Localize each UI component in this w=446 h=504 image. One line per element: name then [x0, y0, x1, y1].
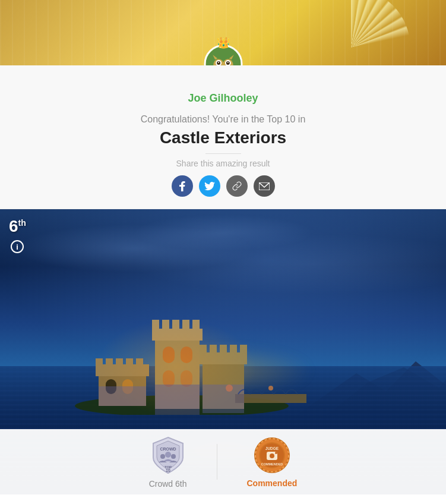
- twitter-icon: [204, 182, 215, 191]
- crowd-badge-item: CROWD TOP 10 Crowd 6th: [119, 435, 217, 489]
- svg-point-49: [268, 386, 273, 390]
- top-banner: 👑 ★: [0, 0, 446, 65]
- congrats-text: Congratulations! You're in the Top 10 in: [12, 114, 434, 125]
- crowd-badge-label: Crowd 6th: [149, 479, 187, 489]
- email-button[interactable]: [254, 175, 275, 197]
- svg-text:JUDGE: JUDGE: [265, 446, 279, 451]
- main-image-section: 6th i CROWD TOP: [0, 209, 446, 494]
- svg-text:COMMENDED: COMMENDED: [261, 462, 283, 466]
- svg-point-66: [270, 453, 274, 458]
- info-icon[interactable]: i: [11, 240, 24, 253]
- svg-point-54: [160, 454, 165, 459]
- judge-rosette-badge: JUDGE COMMENDED: [252, 436, 292, 475]
- crowd-shield-badge: CROWD TOP 10: [150, 435, 186, 475]
- svg-point-5: [217, 61, 220, 65]
- svg-point-6: [226, 61, 229, 65]
- rank-suffix: th: [18, 218, 26, 228]
- badges-section: CROWD TOP 10 Crowd 6th: [0, 429, 446, 494]
- svg-text:CROWD: CROWD: [160, 447, 176, 451]
- copy-link-button[interactable]: [226, 175, 248, 197]
- castle-svg: [63, 296, 330, 415]
- info-section: Joe Gilhooley Congratulations! You're in…: [0, 65, 446, 209]
- email-icon: [259, 182, 270, 190]
- facebook-button[interactable]: [172, 175, 193, 197]
- category-title: Castle Exteriors: [12, 128, 434, 147]
- svg-rect-50: [99, 386, 146, 406]
- svg-point-7: [218, 62, 219, 63]
- crown-icon: 👑: [217, 36, 230, 49]
- divider: [205, 153, 241, 154]
- svg-point-55: [165, 452, 171, 458]
- svg-rect-47: [235, 394, 306, 403]
- share-text: Share this amazing result: [12, 159, 434, 168]
- judge-badge-label: Commended: [247, 478, 298, 488]
- svg-rect-51: [155, 385, 200, 415]
- svg-rect-52: [203, 385, 244, 413]
- svg-text:10: 10: [166, 468, 170, 472]
- sunburst-decoration: [292, 0, 410, 65]
- judge-badge-item: JUDGE COMMENDED Commended: [217, 436, 327, 488]
- social-icons: [12, 175, 434, 197]
- link-icon: [232, 181, 242, 191]
- svg-point-8: [227, 62, 228, 63]
- facebook-icon: [179, 181, 185, 191]
- svg-point-67: [275, 452, 277, 454]
- rank-number: 6: [9, 217, 18, 235]
- svg-point-56: [171, 454, 176, 459]
- user-name: Joe Gilhooley: [12, 92, 434, 105]
- twitter-button[interactable]: [199, 175, 220, 197]
- avatar-container: 👑 ★: [204, 45, 242, 65]
- rank-badge: 6th: [9, 218, 26, 235]
